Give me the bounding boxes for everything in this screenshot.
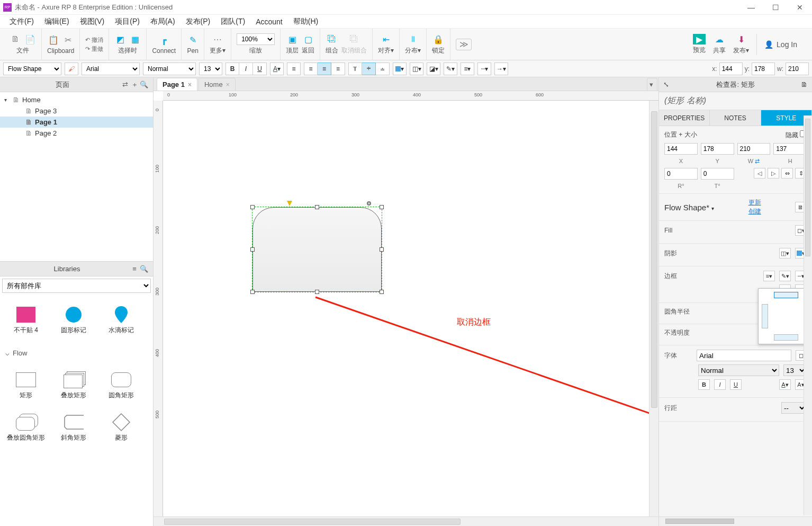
pos-x-input[interactable] [664, 143, 698, 155]
outer-shadow-button[interactable]: ◫▾ [410, 63, 423, 75]
line-color-button[interactable]: ✎▾ [444, 63, 457, 75]
resize-handle[interactable] [380, 247, 384, 252]
canvas[interactable]: 取消边框 [163, 101, 658, 516]
line-style-button[interactable]: ┄▾ [477, 63, 491, 75]
more-icon[interactable]: ⋯ [212, 33, 223, 45]
tab-properties[interactable]: PROPERTIES [659, 110, 710, 126]
tb-label-publish[interactable]: 发布▾ [733, 46, 749, 55]
close-icon[interactable]: × [188, 81, 192, 88]
menu-arrange[interactable]: 布局(A) [145, 17, 181, 26]
page-tree-item[interactable]: ▾🗎Home [0, 94, 153, 105]
flow-section-header[interactable]: ⌵Flow [0, 346, 153, 360]
triangle-marker-icon[interactable] [287, 201, 292, 206]
border-left-toggle[interactable] [762, 304, 768, 328]
page-tree-item[interactable]: 🗎Page 3 [0, 105, 153, 117]
align-right-button[interactable]: ≡ [331, 63, 345, 75]
publish-icon[interactable]: ⬇ [735, 33, 747, 45]
bullet-button[interactable]: ≡ [287, 63, 301, 75]
widget-rrstack[interactable]: 叠放圆角矩形 [2, 407, 50, 449]
distribute-icon[interactable]: ⫴ [407, 33, 419, 45]
pages-search-icon[interactable]: 🔍 [139, 80, 149, 90]
doc-icon[interactable]: 🗎 [801, 81, 808, 88]
close-button[interactable]: ✕ [788, 0, 812, 15]
tabs-dropdown[interactable]: ▾ [647, 78, 657, 91]
login-button[interactable]: 👤 Log In [764, 40, 797, 49]
size-select[interactable]: 13 [199, 63, 222, 75]
menu-publish[interactable]: 发布(P) [181, 17, 216, 26]
resize-handle[interactable] [250, 290, 255, 294]
lock-wh-icon[interactable]: ⇄ [755, 158, 760, 164]
overflow-icon[interactable]: ≫ [456, 39, 472, 50]
maximize-button[interactable]: ☐ [763, 0, 788, 15]
widget-pin[interactable]: 水滴标记 [97, 299, 145, 342]
widget-rect[interactable]: 矩形 [2, 364, 50, 407]
minimize-button[interactable]: — [739, 0, 763, 15]
menu-account[interactable]: Account [250, 17, 288, 26]
menu-help[interactable]: 帮助(H) [288, 17, 323, 26]
inner-shadow-button[interactable]: ◪▾ [427, 63, 440, 75]
flip-h-icon[interactable]: ◁ [754, 168, 765, 179]
text-color-button[interactable]: A▾ [270, 63, 284, 75]
applied-style-name[interactable]: Flow Shape* [664, 203, 709, 212]
border-color-picker[interactable]: ✎▾ [779, 271, 791, 281]
share-icon[interactable]: ☁ [714, 33, 725, 45]
close-icon[interactable]: × [226, 81, 230, 88]
group-icon[interactable]: ⿻ [326, 33, 338, 45]
back-icon[interactable]: ▢ [302, 33, 314, 45]
shape-name-input[interactable]: (矩形 名称) [659, 92, 812, 110]
circle-marker-icon[interactable] [367, 201, 371, 206]
pages-add-icon[interactable]: ＋ [130, 80, 139, 90]
arrow-style-button[interactable]: →▾ [494, 63, 508, 75]
pages-move-icon[interactable]: ⇄ [120, 80, 130, 90]
tb-label-distribute[interactable]: 分布▾ [405, 46, 421, 55]
pos-r-input[interactable] [664, 168, 698, 180]
menu-edit[interactable]: 编辑(E) [39, 17, 75, 26]
tab-page1[interactable]: Page 1× [157, 78, 197, 91]
pos-w-input[interactable] [737, 143, 771, 155]
library-select[interactable]: 所有部件库 [2, 279, 151, 293]
resize-handle[interactable] [250, 247, 255, 252]
pen-icon[interactable]: ✎ [187, 34, 199, 46]
pos-h-input[interactable] [773, 143, 807, 155]
font-select[interactable]: Arial [82, 63, 140, 75]
menu-view[interactable]: 视图(V) [75, 17, 110, 26]
font-weight-select[interactable]: Normal [698, 364, 779, 376]
collapse-icon[interactable]: ⤡ [663, 81, 669, 88]
italic-button[interactable]: I [239, 63, 253, 75]
cut-icon[interactable]: 📋 [48, 34, 59, 46]
canvas-scrollbar-v[interactable] [649, 101, 658, 516]
zoom-select[interactable]: 100% [237, 33, 275, 45]
menu-team[interactable]: 团队(T) [215, 17, 250, 26]
widget-rrect[interactable]: 圆角矩形 [97, 364, 145, 407]
widget-circle[interactable]: 圆形标记 [50, 299, 97, 342]
inspector-scrollbar-v[interactable] [804, 115, 812, 515]
fit-w-icon[interactable]: ⇔ [781, 168, 793, 179]
tb-label-more[interactable]: 更多▾ [210, 46, 225, 55]
widget-diamond[interactable]: 菱形 [97, 407, 145, 449]
w-input[interactable] [786, 63, 809, 75]
create-style-link[interactable]: 创建 [748, 207, 761, 216]
align-center-button[interactable]: ≡ [318, 63, 331, 75]
widget-sticky[interactable]: 不干贴 4 [2, 299, 50, 342]
underline-btn[interactable]: U [730, 379, 742, 390]
resize-handle[interactable] [380, 205, 384, 209]
open-file-icon[interactable]: 📄 [24, 33, 36, 45]
flip-v-icon[interactable]: ▷ [768, 168, 779, 179]
style-select[interactable]: Flow Shape [3, 63, 61, 75]
preview-icon[interactable]: ▶ [693, 34, 706, 44]
valign-top-button[interactable]: ⫪ [348, 63, 362, 75]
select-icon[interactable]: ◩ [114, 33, 126, 45]
page-tree-item[interactable]: 🗎Page 1 [0, 117, 153, 128]
align-icon[interactable]: ⇤ [380, 33, 392, 45]
pos-t-input[interactable] [701, 168, 734, 180]
tab-notes[interactable]: NOTES [710, 110, 761, 126]
selected-shape[interactable] [252, 207, 382, 292]
weight-select[interactable]: Normal [143, 63, 196, 75]
font-family-input[interactable] [697, 350, 791, 361]
underline-button[interactable]: U [253, 63, 267, 75]
valign-bottom-button[interactable]: ⫨ [376, 63, 390, 75]
widget-bevel[interactable]: 斜角矩形 [50, 407, 97, 449]
redo-button[interactable]: ↷ 重做 [85, 45, 103, 53]
flow-shape-widget[interactable] [252, 207, 382, 292]
y-input[interactable] [752, 63, 775, 75]
